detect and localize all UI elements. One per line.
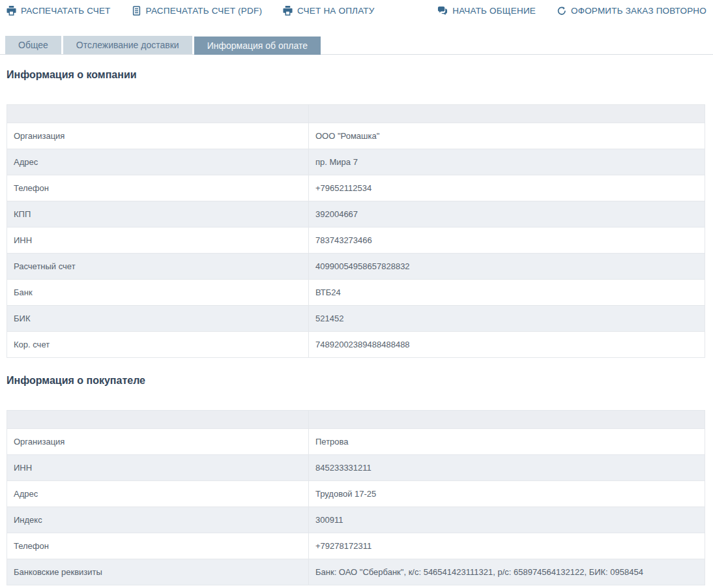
- print-invoice-button[interactable]: РАСПЕЧАТАТЬ СЧЕТ: [7, 6, 111, 16]
- printer-icon: [283, 6, 293, 16]
- tab-general[interactable]: Общее: [5, 36, 61, 54]
- row-label: Банк: [7, 280, 309, 306]
- table-row: Телефон +79278172311: [7, 533, 705, 559]
- tab-payment-info[interactable]: Информация об оплате: [194, 37, 321, 55]
- comments-icon: [437, 6, 448, 16]
- row-value: +79278172311: [309, 533, 705, 559]
- row-label: Кор. счет: [7, 332, 309, 358]
- row-value: 845233331211: [309, 455, 705, 481]
- toolbar-right-group: НАЧАТЬ ОБЩЕНИЕ ОФОРМИТЬ ЗАКАЗ ПОВТОРНО: [437, 6, 706, 16]
- row-label: КПП: [7, 201, 309, 228]
- company-info-table: Организация ООО "Ромашка" Адрес пр. Мира…: [7, 104, 705, 358]
- value-column-header: [309, 411, 705, 429]
- start-conversation-button[interactable]: НАЧАТЬ ОБЩЕНИЕ: [437, 6, 536, 16]
- start-conversation-label: НАЧАТЬ ОБЩЕНИЕ: [452, 6, 536, 16]
- table-row: Организация Петрова: [7, 429, 705, 455]
- table-row: Организация ООО "Ромашка": [7, 123, 705, 149]
- buyer-info-table: Организация Петрова ИНН 845233331211 Адр…: [7, 410, 705, 585]
- document-icon: [132, 6, 141, 16]
- row-value: Банк: ОАО "Сбербанк", к/с: 5465414231113…: [309, 559, 705, 585]
- row-label: Телефон: [7, 175, 309, 201]
- label-column-header: [7, 411, 309, 429]
- row-value: 74892002389488488488: [309, 332, 705, 358]
- row-value: ВТБ24: [309, 280, 705, 306]
- table-row: КПП 392004667: [7, 201, 705, 228]
- row-value: 40990054958657828832: [309, 254, 705, 280]
- payment-invoice-label: СЧЕТ НА ОПЛАТУ: [297, 6, 374, 16]
- reorder-button[interactable]: ОФОРМИТЬ ЗАКАЗ ПОВТОРНО: [557, 6, 706, 16]
- table-row: Адрес пр. Мира 7: [7, 149, 705, 175]
- table-row: Расчетный счет 40990054958657828832: [7, 254, 705, 280]
- print-invoice-pdf-button[interactable]: РАСПЕЧАТАТЬ СЧЕТ (PDF): [132, 6, 263, 16]
- row-label: Организация: [7, 123, 309, 149]
- row-value: Петрова: [309, 429, 705, 455]
- order-tabs: Общее Отслеживание доставки Информация о…: [0, 36, 713, 55]
- row-value: +79652112534: [309, 175, 705, 201]
- printer-icon: [7, 6, 16, 16]
- table-header-row: [7, 105, 705, 123]
- row-value: 300911: [309, 507, 705, 533]
- table-row: ИНН 783743273466: [7, 228, 705, 254]
- table-row: ИНН 845233331211: [7, 455, 705, 481]
- table-row: Кор. счет 74892002389488488488: [7, 332, 705, 358]
- payment-info-panel: Информация о компании Организация ООО "Р…: [0, 69, 713, 585]
- row-label: Телефон: [7, 533, 309, 559]
- print-invoice-label: РАСПЕЧАТАТЬ СЧЕТ: [21, 6, 111, 16]
- row-label: Расчетный счет: [7, 254, 309, 280]
- row-label: Банковские реквизиты: [7, 559, 309, 585]
- row-label: Индекс: [7, 507, 309, 533]
- row-label: ИНН: [7, 455, 309, 481]
- value-column-header: [309, 105, 705, 123]
- tab-delivery-tracking[interactable]: Отслеживание доставки: [63, 36, 192, 54]
- table-row: Адрес Трудовой 17-25: [7, 481, 705, 507]
- toolbar-left-group: РАСПЕЧАТАТЬ СЧЕТ РАСПЕЧАТАТЬ СЧЕТ (PDF): [7, 6, 375, 16]
- row-label: Организация: [7, 429, 309, 455]
- payment-invoice-button[interactable]: СЧЕТ НА ОПЛАТУ: [283, 6, 374, 16]
- row-label: Адрес: [7, 481, 309, 507]
- reorder-label: ОФОРМИТЬ ЗАКАЗ ПОВТОРНО: [571, 6, 706, 16]
- table-row: Индекс 300911: [7, 507, 705, 533]
- row-label: Адрес: [7, 149, 309, 175]
- table-row: Телефон +79652112534: [7, 175, 705, 201]
- buyer-info-title: Информация о покупателе: [7, 375, 705, 387]
- row-label: БИК: [7, 306, 309, 332]
- row-value: 783743273466: [309, 228, 705, 254]
- row-value: 521452: [309, 306, 705, 332]
- redo-icon: [557, 6, 566, 16]
- row-value: Трудовой 17-25: [309, 481, 705, 507]
- label-column-header: [7, 105, 309, 123]
- table-header-row: [7, 411, 705, 429]
- table-row: Банковские реквизиты Банк: ОАО "Сбербанк…: [7, 559, 705, 585]
- table-row: Банк ВТБ24: [7, 280, 705, 306]
- row-value: 392004667: [309, 201, 705, 228]
- toolbar: РАСПЕЧАТАТЬ СЧЕТ РАСПЕЧАТАТЬ СЧЕТ (PDF): [0, 0, 713, 16]
- table-row: БИК 521452: [7, 306, 705, 332]
- print-invoice-pdf-label: РАСПЕЧАТАТЬ СЧЕТ (PDF): [146, 6, 263, 16]
- row-label: ИНН: [7, 228, 309, 254]
- row-value: пр. Мира 7: [309, 149, 705, 175]
- row-value: ООО "Ромашка": [309, 123, 705, 149]
- company-info-title: Информация о компании: [7, 69, 705, 81]
